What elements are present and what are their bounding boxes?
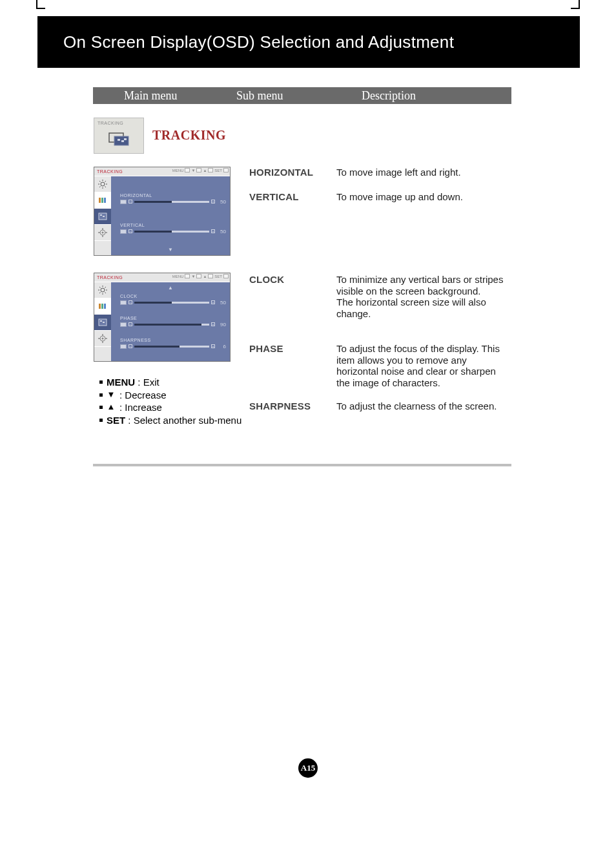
crop-mark-tl	[36, 0, 45, 9]
svg-point-5	[101, 182, 105, 186]
svg-rect-18	[100, 214, 102, 216]
osd-screenshot-2: TRACKING MENU ▼ ▲ SET ▲ CLOCK −+50 PHASE	[94, 273, 231, 362]
svg-rect-2	[118, 139, 120, 141]
osd-screenshot-1: TRACKING MENU ▼ ▲ SET HORIZONTAL −+50 VE…	[94, 167, 231, 256]
osd1-row-horizontal: HORIZONTAL −+50	[120, 193, 226, 204]
svg-point-42	[102, 338, 104, 340]
legend-menu-text: : Exit	[135, 377, 159, 388]
desc-phase: To adjust the focus of the display. This…	[336, 343, 506, 389]
up-arrow-icon: ▲	[168, 285, 173, 291]
osd1-nav-set: SET	[214, 169, 222, 172]
tracking-tab-icon	[94, 315, 111, 331]
osd2-row-sharpness: SHARPNESS −+6	[120, 338, 226, 349]
svg-line-11	[105, 187, 107, 188]
page-header-bar: On Screen Display(OSD) Selection and Adj…	[37, 16, 580, 68]
osd2-nav-menu: MENU	[172, 275, 184, 278]
svg-line-33	[99, 293, 101, 294]
svg-line-12	[99, 187, 101, 188]
svg-rect-16	[104, 198, 106, 203]
osd2-row-phase: PHASE −+90	[120, 316, 226, 327]
desc-horizontal: To move image left and right.	[336, 167, 506, 178]
page-title: On Screen Display(OSD) Selection and Adj…	[63, 32, 454, 52]
setup-icon	[94, 225, 111, 241]
desc-sharpness: To adjust the clearness of the screen.	[336, 401, 506, 412]
brightness-icon	[94, 282, 111, 298]
color-icon	[94, 193, 111, 209]
svg-rect-36	[101, 304, 103, 309]
col-sub: Sub menu	[236, 89, 283, 103]
svg-rect-15	[101, 198, 103, 203]
svg-rect-35	[99, 304, 101, 309]
osd2-title: TRACKING	[94, 275, 123, 280]
brightness-icon	[94, 176, 111, 193]
svg-point-21	[102, 232, 104, 234]
desc-clock: To minimize any vertical bars or stripes…	[336, 274, 506, 320]
osd1-nav-menu: MENU	[172, 169, 184, 172]
sub-clock: CLOCK	[249, 274, 333, 285]
svg-rect-4	[124, 138, 127, 140]
tracking-section-title: TRACKING	[152, 128, 226, 143]
svg-line-13	[105, 181, 107, 182]
col-desc: Description	[362, 89, 416, 103]
button-legend: MENU : Exit ▼ : Decrease ▲ : Increase SE…	[99, 376, 241, 426]
up-triangle-icon: ▲	[107, 402, 116, 413]
svg-rect-39	[100, 320, 102, 322]
page-number: A15	[298, 758, 318, 778]
sub-phase: PHASE	[249, 343, 333, 354]
down-triangle-icon: ▼	[107, 390, 116, 401]
crop-mark-tr	[571, 0, 580, 9]
desc-vertical: To move image up and down.	[336, 191, 506, 203]
svg-rect-40	[103, 322, 105, 323]
color-icon	[94, 298, 111, 315]
legend-set-text: : Select another sub-menu	[125, 415, 241, 426]
osd2-nav-set: SET	[214, 275, 222, 278]
tracking-badge-label: TRACKING	[94, 118, 143, 125]
legend-increase: : Increase	[119, 401, 162, 414]
osd1-nav: MENU ▼ ▲ SET	[172, 168, 229, 172]
legend-decrease: : Decrease	[119, 389, 167, 402]
osd2-row-clock: CLOCK −+50	[120, 294, 226, 305]
svg-rect-14	[99, 198, 101, 203]
setup-icon	[94, 331, 111, 347]
svg-line-34	[105, 287, 107, 288]
sub-sharpness: SHARPNESS	[249, 401, 333, 411]
svg-point-26	[101, 288, 105, 292]
tracking-badge: TRACKING	[94, 118, 144, 154]
svg-line-10	[99, 181, 101, 182]
svg-line-32	[105, 293, 107, 294]
svg-rect-19	[103, 216, 105, 217]
tracking-tab-icon	[94, 209, 111, 225]
down-arrow-icon: ▼	[168, 247, 173, 253]
legend-set-bold: SET	[107, 415, 125, 426]
col-main: Main menu	[124, 89, 178, 103]
svg-line-31	[99, 287, 101, 288]
column-header-bar: Main menu Sub menu Description	[93, 87, 511, 104]
osd2-nav: MENU ▼ ▲ SET	[172, 274, 229, 278]
osd1-title: TRACKING	[94, 169, 123, 174]
osd1-row-vertical: VERTICAL −+50	[120, 223, 226, 234]
legend-menu-bold: MENU	[107, 377, 135, 388]
svg-rect-3	[121, 140, 124, 142]
svg-rect-37	[104, 304, 106, 309]
sub-vertical: VERTICAL	[249, 191, 333, 202]
divider	[93, 464, 511, 466]
sub-horizontal: HORIZONTAL	[249, 167, 333, 178]
tracking-icon	[108, 132, 130, 147]
